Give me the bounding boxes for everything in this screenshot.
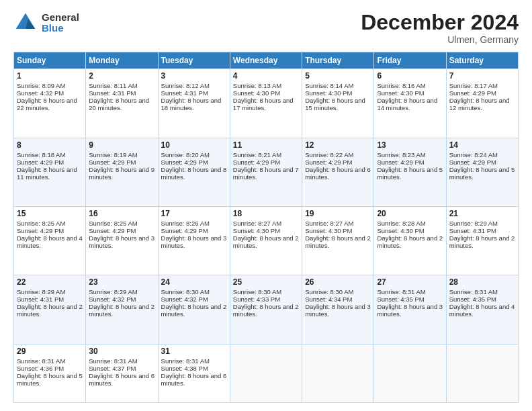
calendar-cell: 8Sunrise: 8:18 AMSunset: 4:29 PMDaylight… bbox=[14, 138, 86, 206]
calendar-cell: 30Sunrise: 8:31 AMSunset: 4:37 PMDayligh… bbox=[86, 344, 158, 402]
calendar-cell: 25Sunrise: 8:30 AMSunset: 4:33 PMDayligh… bbox=[230, 275, 302, 344]
calendar-page: General Blue December 2024 Ulmen, German… bbox=[0, 0, 532, 411]
daylight-label: Daylight: 8 hours and 2 minutes. bbox=[233, 234, 299, 249]
sunset-label: Sunset: 4:31 PM bbox=[161, 89, 208, 97]
calendar-cell: 20Sunrise: 8:28 AMSunset: 4:30 PMDayligh… bbox=[374, 206, 446, 275]
sunrise-label: Sunrise: 8:27 AM bbox=[305, 220, 353, 227]
sunset-label: Sunset: 4:38 PM bbox=[161, 365, 208, 372]
sunset-label: Sunset: 4:33 PM bbox=[233, 295, 280, 303]
calendar-cell: 27Sunrise: 8:31 AMSunset: 4:35 PMDayligh… bbox=[374, 275, 446, 344]
day-header-friday: Friday bbox=[374, 52, 446, 69]
sunrise-label: Sunrise: 8:31 AM bbox=[89, 357, 137, 365]
daylight-label: Daylight: 8 hours and 2 minutes. bbox=[305, 234, 371, 249]
sunset-label: Sunset: 4:29 PM bbox=[233, 158, 280, 166]
calendar-week-3: 15Sunrise: 8:25 AMSunset: 4:29 PMDayligh… bbox=[14, 206, 519, 275]
day-header-tuesday: Tuesday bbox=[158, 52, 230, 69]
daylight-label: Daylight: 8 hours and 6 minutes. bbox=[161, 372, 227, 387]
day-header-thursday: Thursday bbox=[302, 52, 374, 69]
logo: General Blue bbox=[13, 11, 79, 35]
sunset-label: Sunset: 4:31 PM bbox=[17, 295, 64, 303]
sunset-label: Sunset: 4:30 PM bbox=[377, 227, 424, 234]
sunrise-label: Sunrise: 8:25 AM bbox=[17, 220, 65, 227]
month-title: December 2024 bbox=[361, 11, 519, 34]
logo-blue: Blue bbox=[42, 23, 79, 34]
sunset-label: Sunset: 4:35 PM bbox=[449, 295, 496, 303]
sunrise-label: Sunrise: 8:17 AM bbox=[449, 82, 498, 89]
calendar-week-2: 8Sunrise: 8:18 AMSunset: 4:29 PMDaylight… bbox=[14, 138, 519, 206]
sunrise-label: Sunrise: 8:12 AM bbox=[161, 82, 210, 89]
calendar-week-4: 22Sunrise: 8:29 AMSunset: 4:31 PMDayligh… bbox=[14, 275, 519, 344]
sunset-label: Sunset: 4:30 PM bbox=[233, 227, 280, 234]
daylight-label: Daylight: 8 hours and 6 minutes. bbox=[305, 166, 371, 181]
sunrise-label: Sunrise: 8:31 AM bbox=[449, 288, 498, 295]
day-number: 5 bbox=[305, 71, 371, 81]
calendar-cell: 5Sunrise: 8:14 AMSunset: 4:30 PMDaylight… bbox=[302, 69, 374, 138]
sunset-label: Sunset: 4:29 PM bbox=[161, 158, 208, 166]
sunrise-label: Sunrise: 8:24 AM bbox=[449, 151, 498, 158]
sunset-label: Sunset: 4:29 PM bbox=[377, 158, 424, 166]
daylight-label: Daylight: 8 hours and 15 minutes. bbox=[305, 97, 365, 111]
calendar-cell: 1Sunrise: 8:09 AMSunset: 4:32 PMDaylight… bbox=[14, 69, 86, 138]
calendar-cell: 31Sunrise: 8:31 AMSunset: 4:38 PMDayligh… bbox=[158, 344, 230, 402]
sunrise-label: Sunrise: 8:30 AM bbox=[305, 288, 353, 295]
day-number: 11 bbox=[233, 140, 299, 150]
daylight-label: Daylight: 8 hours and 5 minutes. bbox=[449, 166, 515, 181]
day-number: 14 bbox=[449, 140, 515, 150]
sunset-label: Sunset: 4:32 PM bbox=[161, 295, 208, 303]
calendar-cell: 3Sunrise: 8:12 AMSunset: 4:31 PMDaylight… bbox=[158, 69, 230, 138]
daylight-label: Daylight: 8 hours and 22 minutes. bbox=[17, 97, 77, 111]
calendar-cell: 16Sunrise: 8:25 AMSunset: 4:29 PMDayligh… bbox=[86, 206, 158, 275]
sunrise-label: Sunrise: 8:22 AM bbox=[305, 151, 353, 158]
sunrise-label: Sunrise: 8:23 AM bbox=[377, 151, 425, 158]
sunrise-label: Sunrise: 8:30 AM bbox=[161, 288, 210, 295]
sunset-label: Sunset: 4:34 PM bbox=[305, 295, 352, 303]
daylight-label: Daylight: 8 hours and 3 minutes. bbox=[305, 303, 371, 318]
daylight-label: Daylight: 8 hours and 2 minutes. bbox=[161, 303, 227, 318]
sunrise-label: Sunrise: 8:29 AM bbox=[449, 220, 498, 227]
day-number: 9 bbox=[89, 140, 154, 150]
calendar-cell: 4Sunrise: 8:13 AMSunset: 4:30 PMDaylight… bbox=[230, 69, 302, 138]
calendar-cell: 24Sunrise: 8:30 AMSunset: 4:32 PMDayligh… bbox=[158, 275, 230, 344]
day-number: 31 bbox=[161, 347, 227, 356]
calendar-cell: 26Sunrise: 8:30 AMSunset: 4:34 PMDayligh… bbox=[302, 275, 374, 344]
sunrise-label: Sunrise: 8:14 AM bbox=[305, 82, 353, 89]
calendar-cell: 10Sunrise: 8:20 AMSunset: 4:29 PMDayligh… bbox=[158, 138, 230, 206]
sunset-label: Sunset: 4:29 PM bbox=[449, 89, 496, 97]
daylight-label: Daylight: 8 hours and 7 minutes. bbox=[233, 166, 299, 181]
day-header-saturday: Saturday bbox=[446, 52, 518, 69]
location-subtitle: Ulmen, Germany bbox=[361, 34, 519, 45]
calendar-cell: 17Sunrise: 8:26 AMSunset: 4:29 PMDayligh… bbox=[158, 206, 230, 275]
sunset-label: Sunset: 4:29 PM bbox=[449, 158, 496, 166]
daylight-label: Daylight: 8 hours and 2 minutes. bbox=[89, 303, 154, 318]
sunset-label: Sunset: 4:29 PM bbox=[17, 227, 64, 234]
daylight-label: Daylight: 8 hours and 4 minutes. bbox=[17, 234, 83, 249]
calendar-body: 1Sunrise: 8:09 AMSunset: 4:32 PMDaylight… bbox=[14, 69, 519, 403]
daylight-label: Daylight: 8 hours and 17 minutes. bbox=[233, 97, 294, 111]
page-header: General Blue December 2024 Ulmen, German… bbox=[13, 11, 519, 45]
daylight-label: Daylight: 8 hours and 4 minutes. bbox=[449, 303, 515, 318]
calendar-cell: 21Sunrise: 8:29 AMSunset: 4:31 PMDayligh… bbox=[446, 206, 518, 275]
sunrise-label: Sunrise: 8:31 AM bbox=[17, 357, 65, 365]
calendar-cell: 14Sunrise: 8:24 AMSunset: 4:29 PMDayligh… bbox=[446, 138, 518, 206]
daylight-label: Daylight: 8 hours and 3 minutes. bbox=[89, 234, 154, 249]
sunset-label: Sunset: 4:29 PM bbox=[89, 227, 136, 234]
sunset-label: Sunset: 4:32 PM bbox=[17, 89, 64, 97]
day-number: 13 bbox=[377, 140, 443, 150]
daylight-label: Daylight: 8 hours and 2 minutes. bbox=[449, 234, 515, 249]
sunset-label: Sunset: 4:29 PM bbox=[305, 158, 352, 166]
day-header-monday: Monday bbox=[86, 52, 158, 69]
sunset-label: Sunset: 4:36 PM bbox=[17, 365, 64, 372]
day-number: 30 bbox=[89, 347, 154, 356]
calendar-cell bbox=[230, 344, 302, 402]
sunset-label: Sunset: 4:30 PM bbox=[233, 89, 280, 97]
calendar-cell bbox=[374, 344, 446, 402]
calendar-cell: 6Sunrise: 8:16 AMSunset: 4:30 PMDaylight… bbox=[374, 69, 446, 138]
daylight-label: Daylight: 8 hours and 20 minutes. bbox=[89, 97, 149, 111]
daylight-label: Daylight: 8 hours and 2 minutes. bbox=[233, 303, 299, 318]
day-number: 23 bbox=[89, 277, 154, 287]
sunrise-label: Sunrise: 8:25 AM bbox=[89, 220, 137, 227]
day-number: 7 bbox=[449, 71, 515, 81]
sunset-label: Sunset: 4:37 PM bbox=[89, 365, 136, 372]
calendar-cell: 18Sunrise: 8:27 AMSunset: 4:30 PMDayligh… bbox=[230, 206, 302, 275]
sunset-label: Sunset: 4:30 PM bbox=[305, 89, 352, 97]
